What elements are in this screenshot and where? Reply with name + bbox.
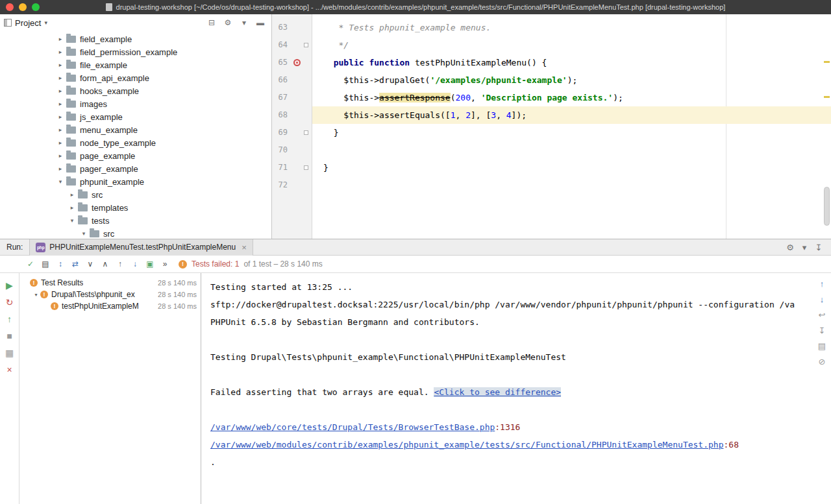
tree-item-src[interactable]: ▾src	[0, 227, 271, 239]
run-left-toolbar: ▶↻↑■▦×	[0, 273, 19, 504]
tree-item-field_example[interactable]: ▸field_example	[0, 32, 271, 45]
rerun-tests-button[interactable]: ▶	[5, 281, 14, 290]
test-tree-item[interactable]: ▾!Drupal\Tests\phpunit_ex28 s 140 ms	[19, 289, 201, 300]
tree-item-tests[interactable]: ▾tests	[0, 214, 271, 227]
code-line-66[interactable]: 66 $this->drupalGet('/examples/phpunit-e…	[272, 71, 831, 89]
gear-icon[interactable]: ⚙	[223, 19, 232, 27]
chevron-right-icon[interactable]: ▸	[56, 126, 65, 133]
tree-item-page_example[interactable]: ▸page_example	[0, 149, 271, 162]
next-occurrence-button[interactable]: ↓	[817, 295, 826, 304]
code-line-72[interactable]: 72	[272, 176, 831, 194]
chevron-right-icon[interactable]: ▸	[56, 101, 65, 107]
expand-all-button[interactable]: ∨	[86, 260, 95, 268]
restore-layout-button[interactable]: ▦	[5, 348, 14, 357]
chevron-right-icon[interactable]: ▸	[56, 165, 65, 172]
project-tree[interactable]: ▸field_example▸field_permission_example▸…	[0, 31, 271, 239]
code-line-70[interactable]: 70	[272, 141, 831, 159]
test-tree-item[interactable]: !Test Results28 s 140 ms	[19, 277, 201, 289]
soft-wrap-button[interactable]: ↩	[817, 311, 826, 319]
next-failed-test-button[interactable]: ↓	[130, 260, 140, 268]
chevron-right-icon[interactable]: ▸	[56, 139, 65, 146]
chevron-right-icon[interactable]: ▸	[68, 204, 77, 211]
file-link[interactable]: /var/www/web/modules/contrib/examples/ph…	[210, 440, 724, 450]
chevron-right-icon[interactable]: ▸	[56, 36, 65, 42]
previous-failed-test-button[interactable]: ↑	[116, 260, 125, 268]
run-tab[interactable]: php PHPUnitExampleMenuTest.testPhpUnitEx…	[29, 239, 253, 256]
code-line-63[interactable]: 63 * Tests phpunit_example menus.	[272, 19, 831, 36]
code-line-68[interactable]: 68 $this->assertEquals([1, 2], [3, 4]);	[272, 106, 831, 124]
collapse-all-button[interactable]: ⊟	[207, 19, 216, 27]
chevron-down-icon[interactable]: ▾	[32, 292, 40, 298]
warning-stripe-mark[interactable]	[824, 61, 830, 63]
close-button[interactable]: ×	[5, 365, 14, 374]
chevron-right-icon[interactable]: ▸	[68, 191, 77, 198]
test-failed-icon: !	[30, 279, 38, 287]
tree-item-templates[interactable]: ▸templates	[0, 201, 271, 214]
code-editor[interactable]: 63 * Tests phpunit_example menus.64 */65…	[272, 14, 831, 239]
code-text: }	[312, 159, 831, 176]
warning-stripe-mark[interactable]	[824, 96, 830, 98]
view-difference-link[interactable]: <Click to see difference>	[434, 387, 561, 397]
tree-item-form_api_example[interactable]: ▸form_api_example	[0, 71, 271, 84]
code-line-67[interactable]: 67 $this->assertResponse(200, 'Descripti…	[272, 89, 831, 106]
tree-item-js_example[interactable]: ▸js_example	[0, 110, 271, 123]
chevron-down-icon[interactable]: ▾	[68, 217, 77, 224]
chevron-right-icon[interactable]: ▸	[56, 152, 65, 159]
prev-occurrence-button[interactable]: ↑	[817, 280, 826, 288]
show-test-output-button[interactable]: ▤	[41, 260, 50, 268]
collapse-all-button[interactable]: ∧	[101, 260, 110, 268]
scroll-to-end-button[interactable]: ↧	[817, 326, 826, 335]
chevron-right-icon[interactable]: ▸	[56, 114, 65, 120]
chevron-right-icon[interactable]: ▸	[56, 75, 65, 81]
zoom-window-button[interactable]	[32, 3, 40, 11]
chevron-down-icon[interactable]: ▾	[79, 230, 88, 237]
code-line-65[interactable]: 65 public function testPhpUnitExampleMen…	[272, 54, 831, 71]
chevron-right-icon[interactable]: ▸	[56, 62, 65, 68]
tree-item-file_example[interactable]: ▸file_example	[0, 58, 271, 71]
fold-marker-icon[interactable]	[304, 43, 308, 47]
code-line-69[interactable]: 69 }	[272, 124, 831, 141]
chevron-down-icon[interactable]: ▾	[240, 19, 249, 27]
print-button[interactable]: ▤	[817, 342, 826, 350]
tree-item-images[interactable]: ▸images	[0, 97, 271, 110]
console-output[interactable]: Testing started at 13:25 ...sftp://docke…	[201, 273, 831, 504]
tree-item-pager_example[interactable]: ▸pager_example	[0, 162, 271, 175]
stop-button[interactable]: ■	[5, 331, 14, 341]
project-panel-title[interactable]: Project	[15, 18, 41, 28]
clear-all-button[interactable]: ⊘	[817, 357, 826, 366]
test-tree-item[interactable]: !testPhpUnitExampleM28 s 140 ms	[19, 300, 201, 312]
tree-item-src[interactable]: ▸src	[0, 188, 271, 201]
show-passed-button[interactable]: ✓	[26, 260, 35, 268]
hide-panel-button[interactable]: ↧	[814, 243, 823, 252]
more-actions-chevron[interactable]: »	[160, 260, 169, 268]
fold-marker-icon[interactable]	[304, 165, 308, 170]
minimize-window-button[interactable]	[19, 3, 27, 11]
code-line-64[interactable]: 64 */	[272, 36, 831, 54]
test-results-tree[interactable]: !Test Results28 s 140 ms▾!Drupal\Tests\p…	[19, 273, 201, 504]
tree-item-hooks_example[interactable]: ▸hooks_example	[0, 84, 271, 97]
tree-item-phpunit_example[interactable]: ▾phpunit_example	[0, 175, 271, 188]
close-tab-icon[interactable]: ×	[242, 243, 247, 252]
chevron-right-icon[interactable]: ▸	[56, 88, 65, 94]
sort-alphabetically-button[interactable]: ⇄	[71, 260, 80, 268]
rerun-failed-tests-button[interactable]: ↻	[5, 298, 14, 307]
toggle-auto-test-button[interactable]: ↑	[5, 315, 14, 324]
tree-item-menu_example[interactable]: ▸menu_example	[0, 123, 271, 136]
import-test-results-button[interactable]: ▣	[145, 260, 155, 268]
sort-by-duration-button[interactable]: ↕	[56, 260, 65, 268]
tree-item-node_type_example[interactable]: ▸node_type_example	[0, 136, 271, 149]
gear-icon[interactable]: ⚙	[786, 243, 795, 252]
hide-panel-button[interactable]: ▬	[256, 19, 265, 27]
chevron-down-icon[interactable]: ▾	[800, 243, 809, 252]
editor-scrollbar[interactable]	[824, 187, 830, 226]
titlebar: drupal-testing-workshop [~/Code/os/drupa…	[0, 0, 831, 14]
chevron-down-icon[interactable]: ▾	[44, 19, 47, 26]
chevron-right-icon[interactable]: ▸	[56, 49, 65, 55]
tree-item-field_permission_example[interactable]: ▸field_permission_example	[0, 45, 271, 58]
code-line-71[interactable]: 71}	[272, 159, 831, 176]
fold-marker-icon[interactable]	[304, 130, 308, 135]
file-link[interactable]: /var/www/web/core/tests/Drupal/Tests/Bro…	[210, 422, 495, 432]
close-window-button[interactable]	[6, 3, 14, 11]
chevron-down-icon[interactable]: ▾	[56, 178, 65, 185]
breakpoint-icon[interactable]	[293, 59, 301, 66]
